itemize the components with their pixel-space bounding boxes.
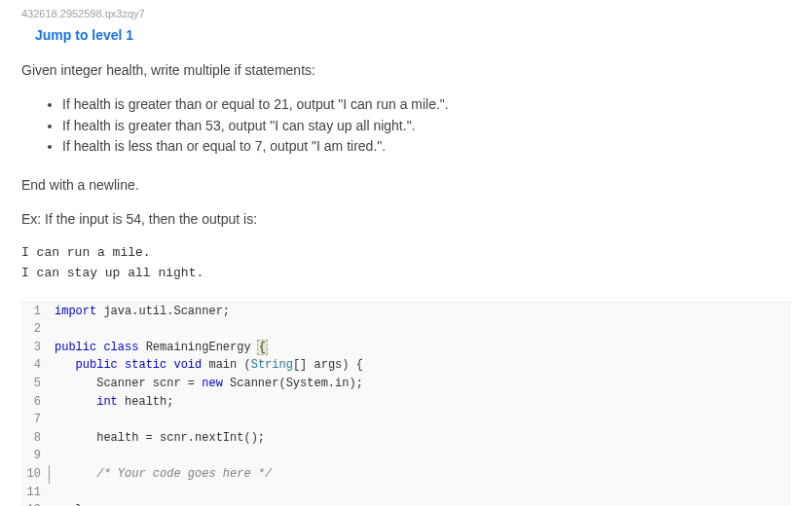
code-line[interactable] — [49, 447, 61, 465]
code-line[interactable]: /* Your code goes here */ — [49, 465, 272, 484]
code-row[interactable]: 5 Scanner scnr = new Scanner(System.in); — [21, 375, 791, 393]
code-line[interactable]: health = scnr.nextInt(); — [49, 429, 265, 448]
requirements-list: If health is greater than or equal to 21… — [62, 94, 791, 158]
jump-to-level-link[interactable]: Jump to level 1 — [35, 27, 133, 43]
code-line[interactable]: import java.util.Scanner; — [49, 303, 230, 321]
line-number: 2 — [21, 320, 49, 339]
code-row[interactable]: 7 — [21, 411, 791, 429]
intro-text: Given integer health, write multiple if … — [21, 60, 791, 81]
line-number: 3 — [21, 339, 49, 357]
line-number: 9 — [21, 447, 49, 465]
list-item: If health is less than or equal to 7, ou… — [62, 136, 791, 158]
line-number: 6 — [21, 393, 49, 412]
code-line[interactable] — [49, 484, 61, 502]
code-row[interactable]: 1import java.util.Scanner; — [21, 303, 791, 321]
example-output: I can run a mile. I can stay up all nigh… — [21, 243, 791, 284]
line-number: 7 — [21, 411, 49, 429]
code-line[interactable]: } — [49, 501, 83, 506]
list-item: If health is greater than 53, output "I … — [62, 116, 791, 137]
line-number: 1 — [21, 303, 49, 321]
code-row[interactable]: 6 int health; — [21, 393, 791, 412]
line-number: 5 — [21, 375, 49, 393]
code-row[interactable]: 12 } — [21, 501, 791, 506]
line-number: 12 — [21, 501, 49, 506]
line-number: 8 — [21, 429, 49, 448]
end-instruction: End with a newline. — [21, 175, 791, 196]
code-line[interactable]: int health; — [49, 393, 173, 412]
example-prefix: Ex: If the input is 54, then the output … — [21, 209, 791, 230]
list-item: If health is greater than or equal to 21… — [62, 94, 791, 116]
code-row[interactable]: 11 — [21, 484, 791, 502]
code-row[interactable]: 9 — [21, 447, 791, 465]
question-id: 432618.2952598.qx3zqy7 — [21, 8, 791, 19]
code-row[interactable]: 3public class RemainingEnergy { — [21, 339, 791, 357]
code-line[interactable] — [49, 411, 61, 429]
line-number: 10 — [21, 465, 49, 484]
code-row[interactable]: 10 /* Your code goes here */ — [21, 465, 791, 484]
code-row[interactable]: 4 public static void main (String[] args… — [21, 356, 791, 375]
code-row[interactable]: 8 health = scnr.nextInt(); — [21, 429, 791, 448]
code-editor[interactable]: 1import java.util.Scanner;2 3public clas… — [21, 302, 791, 506]
line-number: 11 — [21, 484, 49, 502]
code-line[interactable]: Scanner scnr = new Scanner(System.in); — [49, 375, 363, 393]
line-number: 4 — [21, 356, 49, 375]
code-line[interactable]: public class RemainingEnergy { — [49, 339, 267, 357]
code-line[interactable]: public static void main (String[] args) … — [49, 356, 363, 375]
code-line[interactable] — [49, 320, 61, 339]
code-row[interactable]: 2 — [21, 320, 791, 339]
